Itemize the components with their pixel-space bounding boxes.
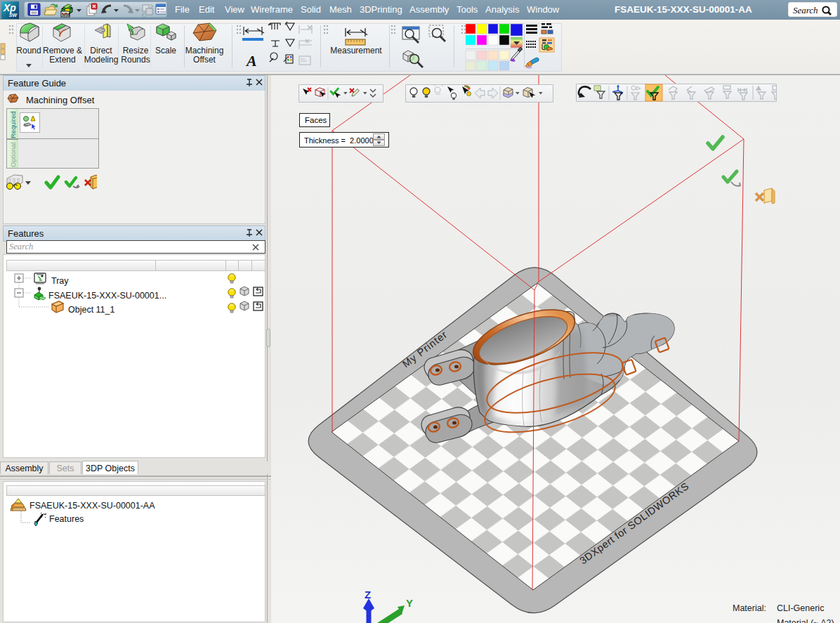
svg-text:Y: Y <box>406 597 413 609</box>
svg-text:A: A <box>245 52 257 70</box>
svg-text:Material:: Material: <box>733 603 766 613</box>
svg-text:Optional: Optional <box>9 143 17 167</box>
svg-text:Required: Required <box>9 111 17 138</box>
svg-text:MM: MM <box>62 12 70 17</box>
svg-text:Material (~ A2): Material (~ A2) <box>777 618 834 623</box>
svg-text:Z: Z <box>365 589 371 601</box>
svg-text:CLI-Generic: CLI-Generic <box>777 603 824 613</box>
